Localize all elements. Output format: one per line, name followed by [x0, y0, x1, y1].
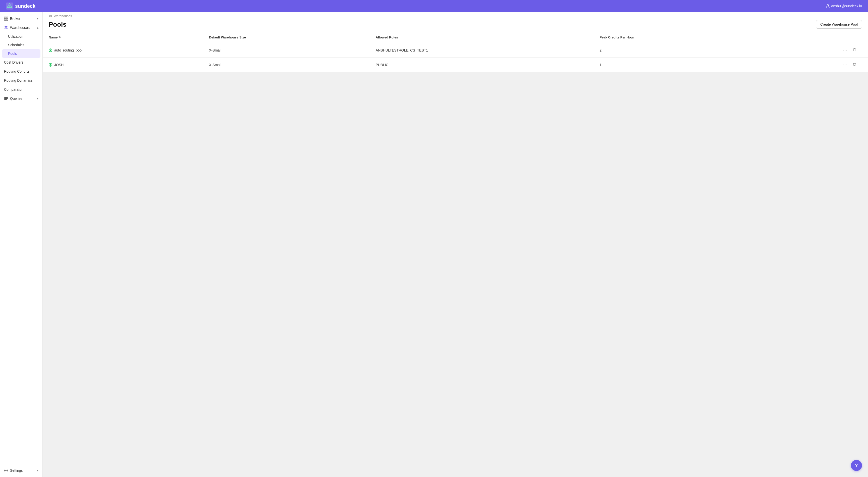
help-button[interactable]: ? — [851, 460, 862, 471]
content-area: Name ⇅ Default Warehouse Size Allowed Ro… — [43, 32, 868, 477]
sort-icon-name[interactable]: ⇅ — [59, 36, 61, 39]
sidebar-item-broker[interactable]: Broker ▾ — [0, 14, 42, 23]
sidebar-item-routing-cohorts[interactable]: Routing Cohorts — [0, 67, 42, 76]
sidebar-routing-dynamics-label: Routing Dynamics — [4, 79, 33, 83]
svg-point-10 — [5, 28, 6, 29]
sidebar-queries-label: Queries — [10, 96, 22, 100]
col-header-roles: Allowed Roles — [372, 32, 595, 43]
status-dot-active-1 — [49, 49, 52, 52]
user-menu[interactable]: anshul@sundeck.io — [826, 4, 862, 8]
svg-point-15 — [5, 470, 7, 471]
chevron-down-icon-settings: ▾ — [37, 469, 38, 472]
sidebar-item-schedules[interactable]: Schedules — [0, 41, 42, 49]
sidebar-item-settings[interactable]: Settings ▾ — [0, 466, 42, 475]
chevron-down-icon: ▾ — [37, 17, 38, 20]
cell-actions-2: ··· — [753, 58, 868, 72]
cell-name-1: auto_routing_pool — [43, 43, 205, 58]
sidebar-item-queries[interactable]: Queries ▾ — [0, 94, 42, 103]
top-navigation: sundeck anshul@sundeck.io — [0, 0, 868, 12]
col-header-name: Name ⇅ — [43, 32, 205, 43]
svg-point-17 — [51, 15, 52, 16]
page-header: Pools Create Warehouse Pool — [43, 19, 868, 32]
sidebar-cost-drivers-label: Cost Drivers — [4, 60, 23, 64]
pools-table: Name ⇅ Default Warehouse Size Allowed Ro… — [43, 32, 868, 72]
svg-rect-4 — [4, 17, 6, 18]
broker-icon — [4, 17, 8, 21]
user-icon — [826, 4, 830, 8]
logo[interactable]: sundeck — [6, 2, 35, 9]
sidebar-settings-label: Settings — [10, 469, 23, 473]
cell-size-2: X-Small — [205, 58, 372, 72]
sidebar-comparator-label: Comparator — [4, 87, 23, 91]
svg-point-9 — [6, 26, 7, 27]
svg-point-11 — [6, 28, 7, 29]
svg-point-19 — [51, 16, 52, 17]
table-row: auto_routing_pool X-Small ANSHULTESTROLE… — [43, 43, 868, 58]
main-content: Warehouses Pools Create Warehouse Pool N… — [43, 12, 868, 477]
logo-icon — [6, 2, 13, 9]
svg-point-8 — [5, 26, 6, 27]
svg-rect-13 — [4, 98, 8, 99]
cell-roles-2: PUBLIC — [372, 58, 595, 72]
breadcrumb-parent: Warehouses — [54, 14, 72, 18]
col-header-credits: Peak Credits Per Hour — [595, 32, 753, 43]
row-more-options-button-1[interactable]: ··· — [841, 47, 849, 54]
sidebar-broker-label: Broker — [10, 17, 20, 21]
cell-credits-1: 2 — [595, 43, 753, 58]
chevron-up-icon: ▴ — [37, 26, 38, 29]
sidebar-item-routing-dynamics[interactable]: Routing Dynamics — [0, 76, 42, 85]
chevron-down-icon-queries: ▾ — [37, 97, 38, 100]
sidebar-item-comparator[interactable]: Comparator — [0, 85, 42, 94]
row-delete-button-2[interactable] — [851, 61, 858, 68]
sidebar-warehouses-label: Warehouses — [10, 26, 30, 30]
svg-rect-12 — [4, 97, 8, 98]
svg-point-18 — [50, 16, 51, 17]
svg-rect-6 — [4, 19, 6, 20]
table-row: JOSH X-Small PUBLIC 1 ··· — [43, 58, 868, 72]
breadcrumb-warehouses-icon — [49, 14, 52, 18]
row-more-options-button-2[interactable]: ··· — [841, 61, 849, 68]
row-delete-button-1[interactable] — [851, 47, 858, 54]
cell-name-2: JOSH — [43, 58, 205, 72]
breadcrumb-bar: Warehouses — [43, 12, 868, 19]
logo-text: sundeck — [15, 3, 35, 9]
warehouses-icon — [4, 26, 8, 30]
sidebar-item-pools[interactable]: Pools — [2, 49, 40, 58]
page-title: Pools — [49, 21, 67, 28]
user-email: anshul@sundeck.io — [831, 4, 862, 8]
sidebar-item-warehouses[interactable]: Warehouses ▴ — [0, 23, 42, 32]
col-header-actions — [753, 32, 868, 43]
cell-actions-1: ··· — [753, 43, 868, 58]
settings-icon — [4, 469, 8, 473]
queries-icon — [4, 96, 8, 100]
cell-size-1: X-Small — [205, 43, 372, 58]
create-warehouse-pool-button[interactable]: Create Warehouse Pool — [816, 20, 862, 29]
sidebar: Broker ▾ Warehouses ▴ Utilization Schedu… — [0, 12, 43, 477]
table-header-row: Name ⇅ Default Warehouse Size Allowed Ro… — [43, 32, 868, 43]
svg-point-16 — [50, 15, 51, 16]
sidebar-item-cost-drivers[interactable]: Cost Drivers — [0, 58, 42, 67]
col-header-size: Default Warehouse Size — [205, 32, 372, 43]
svg-rect-14 — [4, 99, 7, 100]
svg-rect-5 — [6, 17, 8, 18]
svg-point-3 — [827, 4, 829, 6]
breadcrumb: Warehouses — [49, 14, 862, 18]
pools-table-container: Name ⇅ Default Warehouse Size Allowed Ro… — [43, 32, 868, 72]
status-dot-active-2 — [49, 63, 52, 67]
cell-roles-1: ANSHULTESTROLE, CS_TEST1 — [372, 43, 595, 58]
cell-credits-2: 1 — [595, 58, 753, 72]
svg-rect-7 — [6, 19, 8, 20]
sidebar-item-utilization[interactable]: Utilization — [0, 32, 42, 41]
sidebar-routing-cohorts-label: Routing Cohorts — [4, 69, 29, 73]
